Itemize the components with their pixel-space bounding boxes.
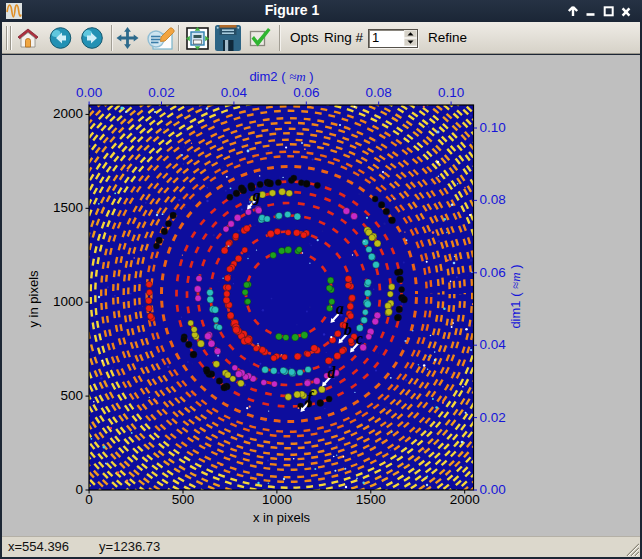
svg-text:0.08: 0.08 (366, 85, 392, 100)
svg-text:d: d (328, 364, 337, 381)
svg-text:0.02: 0.02 (148, 85, 174, 100)
svg-text:dim1 ( ≈m ): dim1 ( ≈m ) (508, 264, 523, 328)
svg-text:x in pixels: x in pixels (253, 510, 311, 525)
svg-text:2000: 2000 (450, 492, 480, 507)
svg-text:0.04: 0.04 (221, 85, 248, 100)
svg-text:y in pixels: y in pixels (26, 270, 41, 328)
svg-text:0.10: 0.10 (480, 120, 506, 135)
svg-text:0.06: 0.06 (293, 85, 319, 100)
svg-text:0.00: 0.00 (480, 482, 506, 497)
svg-text:0.02: 0.02 (480, 410, 506, 425)
svg-text:a: a (336, 300, 344, 317)
svg-text:2000: 2000 (53, 106, 83, 121)
svg-text:c: c (356, 330, 363, 347)
svg-text:500: 500 (172, 492, 195, 507)
svg-text:0.10: 0.10 (438, 85, 464, 100)
svg-text:g: g (252, 187, 261, 205)
svg-text:1000: 1000 (53, 294, 83, 309)
svg-text:1500: 1500 (53, 200, 83, 215)
svg-text:0.00: 0.00 (76, 85, 102, 100)
svg-text:b: b (344, 321, 352, 338)
svg-text:0: 0 (85, 492, 93, 507)
svg-text:0: 0 (75, 482, 83, 497)
svg-text:0.04: 0.04 (480, 337, 507, 352)
svg-text:0.08: 0.08 (480, 192, 506, 207)
svg-text:dim2 ( ≈m ): dim2 ( ≈m ) (249, 69, 313, 84)
svg-text:500: 500 (60, 388, 83, 403)
svg-text:0.06: 0.06 (480, 265, 506, 280)
svg-text:1500: 1500 (356, 492, 386, 507)
svg-text:1000: 1000 (262, 492, 292, 507)
